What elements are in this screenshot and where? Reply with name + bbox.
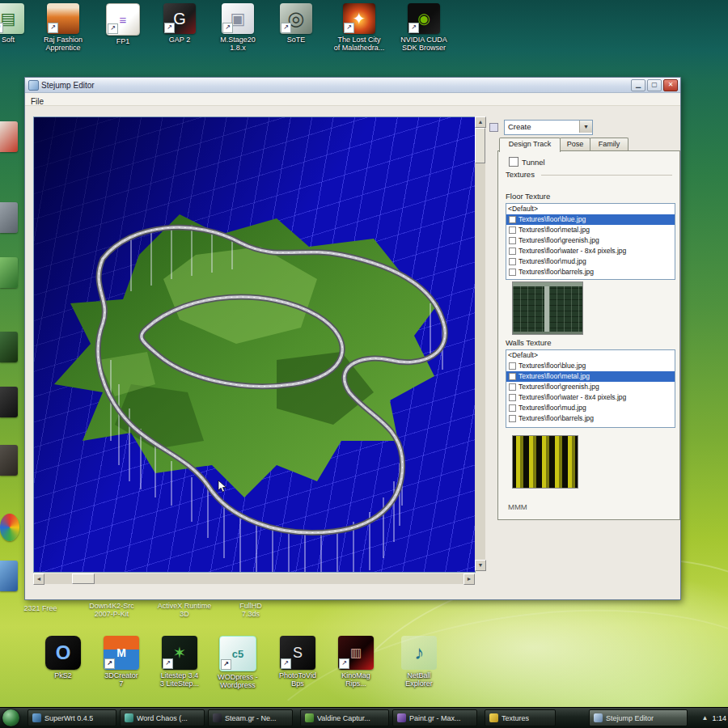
system-tray[interactable]: ▲ 1:14 — [702, 709, 726, 726]
desktop-icon-kinomag[interactable]: ▥↗ KinoMag Rips... — [330, 636, 382, 688]
scroll-down-icon[interactable]: ▼ — [475, 560, 486, 571]
list-item[interactable]: Textures\floor\barrels.jpg — [506, 267, 675, 277]
desktop-icon-fp1[interactable]: ≡↗ FP1 — [97, 3, 149, 45]
tab-design-track[interactable]: Design Track — [499, 138, 561, 152]
horizontal-scroll-thumb[interactable] — [72, 574, 95, 584]
desktop-label[interactable]: FullHD 7.3ds — [217, 602, 285, 618]
desktop-label[interactable]: ActiveX Runtime 3D — [150, 602, 218, 618]
desktop-icon-netball[interactable]: ♪ NetBall Explorer — [393, 636, 445, 688]
desktop-icon-partial[interactable]: ▤↗ Soft — [0, 3, 34, 44]
desktop-icon-litestep[interactable]: ✶↗ Litestep 3.4 3 LiteStep... — [154, 636, 205, 688]
item-checkbox[interactable] — [509, 248, 516, 255]
app-icon — [32, 713, 41, 722]
taskbar-button-active[interactable]: Stejump Editor — [589, 709, 688, 726]
tray-expand-icon[interactable]: ▲ — [702, 714, 709, 722]
app-window: Stejump Editor ▁ ▢ ✕ File — [24, 77, 681, 600]
desktop-icon-phototovid[interactable]: S↗ PhotoToVid Bps — [272, 636, 324, 688]
shortcut-arrow-icon: ↗ — [48, 23, 58, 33]
desktop-icon-sote[interactable]: ◎↗ SoTE — [270, 3, 322, 44]
desktop-icon-gap2[interactable]: G↗ GAP 2 — [154, 3, 205, 44]
taskbar-button[interactable]: Steam.gr - Ne... — [208, 709, 293, 726]
panel-anchor-icon — [489, 123, 498, 132]
list-item[interactable]: Textures\floor\barrels.jpg — [506, 413, 675, 424]
desktop-label[interactable]: 2321 Free — [6, 604, 74, 612]
taskbar-button[interactable]: Word Chaos (... — [120, 709, 205, 726]
vertical-scrollbar[interactable]: ▲ ▼ — [475, 116, 485, 571]
taskbar-clock: 1:14 — [712, 714, 726, 722]
desktop-icon-mstage20[interactable]: ▣↗ M.Stage20 1.8.x — [212, 3, 264, 52]
shortcut-arrow-icon: ↗ — [108, 23, 118, 34]
tab-pose[interactable]: Pose — [560, 138, 590, 151]
desktop-label[interactable]: Down4K2-Src 2007-P-Kit — [78, 602, 146, 618]
item-checkbox[interactable] — [509, 237, 516, 244]
list-item[interactable]: Textures\floor\greenish.jpg — [506, 382, 675, 392]
tab-family[interactable]: Family — [590, 138, 629, 151]
desktop-icon-nvidia-cuda[interactable]: ◉↗ NVIDIA CUDA SDK Browser — [398, 3, 450, 52]
item-checkbox[interactable] — [509, 373, 516, 380]
floor-texture-list[interactable]: <Default> Textures\floor\blue.jpg Textur… — [506, 203, 675, 280]
item-checkbox[interactable] — [509, 362, 516, 370]
item-checkbox[interactable] — [509, 216, 516, 223]
menu-bar: File — [25, 93, 680, 106]
item-checkbox[interactable] — [509, 404, 516, 412]
desktop-icon-wodpress[interactable]: c5↗ WODpress - Wordpress — [212, 636, 264, 689]
shortcut-arrow-icon: ↗ — [0, 23, 3, 33]
edge-desktop-icon[interactable] — [0, 387, 18, 417]
taskbar-button[interactable]: Valdine Captur... — [300, 709, 389, 726]
walls-texture-list[interactable]: <Default> Textures\floor\blue.jpg Textur… — [506, 349, 675, 428]
edge-desktop-icon[interactable] — [0, 561, 18, 591]
item-checkbox[interactable] — [509, 383, 516, 391]
taskbar-button[interactable]: SuperWrt 0.4.5 — [28, 709, 116, 726]
mode-dropdown[interactable]: Create ▼ — [504, 120, 593, 135]
list-item[interactable]: Textures\floor\greenish.jpg — [506, 235, 675, 246]
list-item[interactable]: Textures\floor\mud.jpg — [506, 403, 675, 413]
vertical-scroll-thumb[interactable] — [475, 128, 485, 163]
list-item[interactable]: Textures\floor\mud.jpg — [506, 256, 675, 267]
taskbar-button[interactable]: Paint.gr - Max... — [392, 709, 477, 726]
viewport-3d[interactable] — [33, 116, 476, 573]
scroll-right-icon[interactable]: ► — [463, 574, 475, 585]
scroll-up-icon[interactable]: ▲ — [475, 116, 486, 128]
scroll-left-icon[interactable]: ◄ — [33, 574, 44, 585]
minimize-button[interactable]: ▁ — [631, 79, 645, 91]
list-item[interactable]: Textures\floor\metal.jpg — [506, 225, 675, 235]
list-item[interactable]: Textures\floor\water - 8x4 pixels.jpg — [506, 392, 675, 403]
tunnel-checkbox[interactable] — [509, 157, 518, 167]
list-item-selected[interactable]: Textures\floor\blue.jpg — [506, 214, 675, 225]
window-titlebar[interactable]: Stejump Editor ▁ ▢ ✕ — [25, 78, 680, 93]
desktop-icon-lost-city[interactable]: ✦↗ The Lost City of Malathedra... — [333, 3, 385, 52]
edge-desktop-icon[interactable] — [0, 332, 18, 362]
list-item[interactable]: Textures\floor\water - 8x4 pixels.jpg — [506, 246, 675, 256]
icon-label: SoTE — [270, 36, 322, 44]
edge-desktop-icon[interactable] — [0, 202, 18, 233]
desktop-icon-pks2[interactable]: O PkS2 — [37, 636, 89, 679]
item-checkbox[interactable] — [509, 415, 516, 422]
list-item[interactable]: <Default> — [506, 350, 675, 361]
tunnel-checkbox-row[interactable]: Tunnel — [509, 157, 545, 167]
item-checkbox[interactable] — [509, 269, 516, 276]
horizontal-scrollbar[interactable]: ◄ ► — [33, 574, 475, 584]
desktop-icon-3dcreator[interactable]: M↗ 3DCreator 7 — [95, 636, 147, 688]
edge-desktop-icon[interactable] — [0, 514, 19, 541]
edge-desktop-icon[interactable] — [0, 445, 18, 476]
edge-desktop-icon[interactable] — [0, 121, 18, 152]
chevron-down-icon[interactable]: ▼ — [579, 121, 592, 133]
menu-file[interactable]: File — [25, 96, 49, 107]
desktop-icon-raj-fashion[interactable]: ↗ Raj Fashion Apprentice — [37, 3, 89, 52]
maximize-button[interactable]: ▢ — [647, 79, 662, 91]
list-item-selected[interactable]: Textures\floor\metal.jpg — [506, 371, 675, 382]
taskbar: SuperWrt 0.4.5 Word Chaos (... Steam.gr … — [0, 707, 728, 728]
floor-texture-label: Floor Texture — [506, 192, 550, 201]
item-checkbox[interactable] — [509, 258, 516, 265]
item-checkbox[interactable] — [509, 394, 516, 401]
shortcut-arrow-icon: ↗ — [408, 23, 419, 33]
start-button[interactable] — [2, 709, 19, 726]
list-item[interactable]: Textures\floor\blue.jpg — [506, 361, 675, 371]
item-checkbox[interactable] — [509, 226, 516, 234]
edge-desktop-icon[interactable] — [0, 257, 18, 288]
taskbar-button[interactable]: Textures — [485, 709, 556, 726]
list-item[interactable]: <Default> — [506, 204, 675, 214]
close-button[interactable]: ✕ — [663, 79, 678, 91]
picture-icon: ↗ — [47, 3, 79, 34]
icon-label: WODpress - Wordpress — [212, 673, 264, 689]
